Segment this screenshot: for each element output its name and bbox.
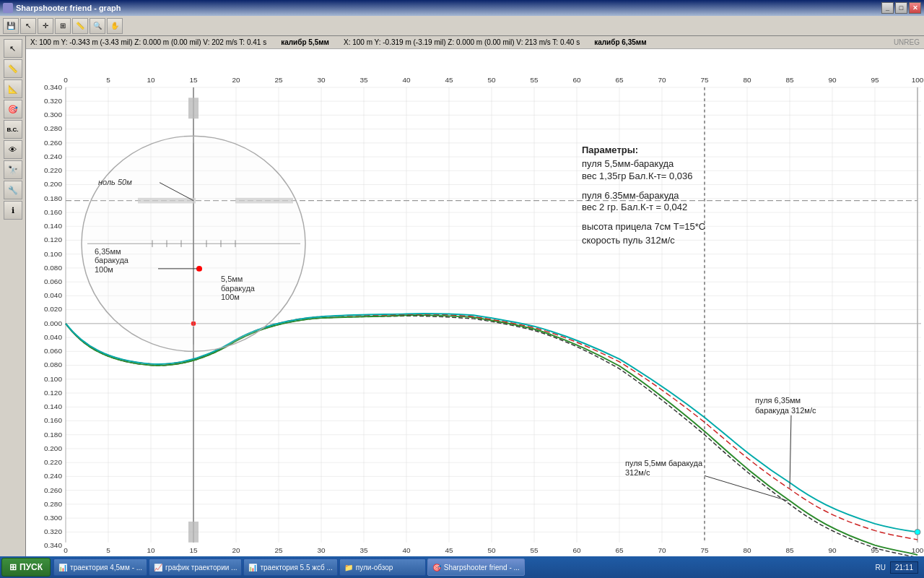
svg-text:20: 20 (232, 546, 240, 554)
taskbar-icon-0: 📊 (58, 564, 67, 571)
svg-text:85: 85 (785, 76, 794, 84)
svg-point-154 (196, 266, 202, 272)
svg-text:0.340: 0.340 (44, 542, 63, 550)
tool-ruler[interactable]: 📏 (72, 18, 88, 34)
svg-text:5,5мм: 5,5мм (221, 275, 243, 283)
svg-text:15: 15 (189, 546, 198, 554)
sidebar-measure[interactable]: 📏 (4, 59, 22, 78)
status-right: X: 100 m Y: -0.319 m (-3.19 mil) Z: 0.00… (344, 38, 580, 46)
titlebar: Sharpshooter friend - graph _ □ ✕ (0, 0, 924, 16)
chart-status: X: 100 m Y: -0.343 m (-3.43 mil) Z: 0.00… (26, 36, 924, 49)
svg-text:0.280: 0.280 (44, 500, 63, 508)
svg-text:высота прицела 7см Т=15*С: высота прицела 7см Т=15*С (582, 221, 705, 232)
svg-text:45: 45 (445, 546, 453, 554)
svg-text:вес 1,35гр Бал.К-т= 0,036: вес 1,35гр Бал.К-т= 0,036 (582, 171, 693, 181)
svg-text:0.060: 0.060 (44, 347, 63, 355)
svg-text:80: 80 (743, 76, 751, 84)
svg-text:0.160: 0.160 (44, 417, 63, 425)
toolbar: 💾 ↖ ✛ ⊞ 📏 🔍 ✋ (0, 16, 924, 36)
svg-text:100м: 100м (221, 293, 240, 301)
sidebar-eye[interactable]: 👁 (4, 140, 22, 159)
taskbar-item-3[interactable]: 📁 пули-обзор (339, 558, 426, 576)
tool-arrow[interactable]: ↖ (20, 18, 36, 34)
taskbar-item-4[interactable]: 🎯 Sharpshooter friend - ... (427, 558, 525, 576)
sidebar-binoculars[interactable]: 🔭 (4, 160, 22, 179)
close-button[interactable]: ✕ (909, 2, 921, 14)
svg-text:75: 75 (700, 76, 709, 84)
sidebar-target[interactable]: 🎯 (4, 100, 22, 118)
tool-pan[interactable]: ✋ (107, 18, 123, 34)
tool-zoom[interactable]: 🔍 (90, 18, 105, 34)
svg-text:25: 25 (274, 76, 283, 84)
svg-text:65: 65 (615, 76, 624, 84)
svg-text:0.120: 0.120 (44, 236, 63, 244)
sidebar-angle[interactable]: 📐 (4, 79, 22, 98)
taskbar-item-2[interactable]: 📊 траектория 5.5 жсб ... (243, 558, 337, 576)
start-icon: ⊞ (9, 562, 17, 572)
svg-rect-147 (138, 198, 196, 204)
titlebar-left: Sharpshooter friend - graph (3, 3, 121, 13)
svg-text:0.000: 0.000 (44, 319, 63, 327)
svg-text:55: 55 (530, 76, 539, 84)
window-title: Sharpshooter friend - graph (16, 4, 121, 12)
trajectory-chart[interactable]: 0.340 0.320 0.300 0.280 0.260 0.240 0.22… (26, 49, 924, 556)
tool-grid[interactable]: ⊞ (55, 18, 71, 34)
svg-text:0.320: 0.320 (44, 527, 63, 535)
svg-text:0.280: 0.280 (44, 125, 63, 133)
svg-text:40: 40 (402, 76, 411, 84)
svg-text:пуля 5,5мм-баракуда: пуля 5,5мм-баракуда (582, 159, 674, 170)
svg-text:45: 45 (445, 76, 453, 84)
system-clock: 21:11 (890, 561, 918, 574)
sidebar-select[interactable]: ↖ (4, 39, 22, 58)
svg-text:0.140: 0.140 (44, 402, 63, 410)
svg-text:0.260: 0.260 (44, 139, 63, 147)
svg-text:100: 100 (912, 76, 924, 84)
svg-text:0.100: 0.100 (44, 375, 63, 383)
taskbar-label-1: график траектории ... (165, 564, 237, 571)
titlebar-controls: _ □ ✕ (881, 2, 921, 14)
svg-text:0.140: 0.140 (44, 222, 63, 230)
svg-text:95: 95 (871, 76, 879, 84)
taskbar-item-0[interactable]: 📊 траектория 4,5мм - ... (53, 558, 147, 576)
start-button[interactable]: ⊞ ПУСК (1, 558, 51, 577)
taskbar-items: 📊 траектория 4,5мм - ... 📈 график траект… (51, 558, 871, 576)
taskbar-label-4: Sharpshooter friend - ... (444, 564, 520, 571)
tool-crosshair[interactable]: ✛ (38, 18, 53, 34)
status-left: X: 100 m Y: -0.343 m (-3.43 mil) Z: 0.00… (30, 38, 266, 46)
svg-text:40: 40 (402, 546, 411, 554)
svg-text:0.320: 0.320 (44, 97, 63, 105)
unreg-label: UNREG (894, 38, 920, 46)
svg-text:100м: 100м (95, 265, 113, 274)
taskbar-right: RU 21:11 (871, 561, 923, 574)
taskbar-item-1[interactable]: 📈 график траектории ... (149, 558, 242, 576)
svg-text:0.300: 0.300 (44, 514, 63, 522)
svg-rect-160 (188, 522, 199, 543)
svg-text:пуля 5,5мм баракуда: пуля 5,5мм баракуда (625, 459, 702, 467)
svg-text:0: 0 (64, 76, 68, 84)
sidebar-bc[interactable]: B.C. (4, 120, 22, 139)
start-label: ПУСК (19, 562, 43, 572)
svg-text:5: 5 (106, 546, 110, 554)
svg-text:312м/с: 312м/с (625, 469, 650, 478)
svg-text:пуля 6,35мм: пуля 6,35мм (755, 397, 801, 405)
sidebar-info[interactable]: ℹ (4, 201, 22, 220)
taskbar-icon-2: 📊 (248, 564, 257, 571)
svg-text:баракуда 312м/с: баракуда 312м/с (755, 406, 816, 415)
svg-rect-159 (188, 98, 199, 118)
svg-text:30: 30 (317, 76, 326, 84)
svg-text:0.080: 0.080 (44, 361, 63, 369)
svg-text:0.340: 0.340 (44, 83, 63, 91)
svg-text:10: 10 (147, 76, 155, 84)
sidebar-wrench[interactable]: 🔧 (4, 181, 22, 199)
app-icon (3, 3, 13, 13)
taskbar-label-2: траектория 5.5 жсб ... (260, 564, 332, 571)
left-sidebar: ↖ 📏 📐 🎯 B.C. 👁 🔭 🔧 ℹ (0, 36, 26, 556)
taskbar-label-3: пули-обзор (356, 564, 393, 571)
minimize-button[interactable]: _ (881, 2, 894, 14)
maximize-button[interactable]: □ (895, 2, 907, 14)
svg-text:20: 20 (232, 76, 240, 84)
svg-text:0.220: 0.220 (44, 166, 63, 174)
save-button[interactable]: 💾 (3, 18, 19, 34)
svg-text:100: 100 (912, 546, 924, 554)
svg-text:10: 10 (147, 546, 155, 554)
